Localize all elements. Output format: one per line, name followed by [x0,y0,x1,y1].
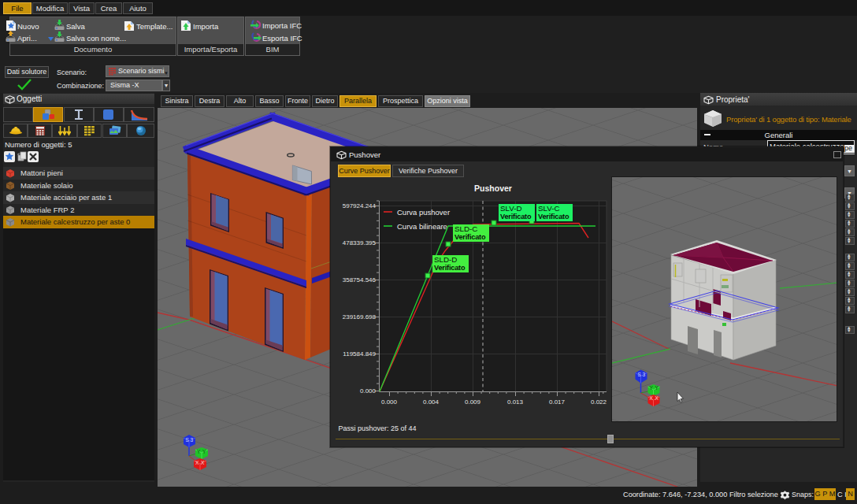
svg-text:Y: Y [202,449,206,454]
svg-text:X: X [195,460,199,465]
svg-text:X: X [201,460,205,465]
svg-text:X: X [650,395,654,401]
svg-text:Y: Y [197,449,201,454]
svg-text:3: 3 [643,372,646,377]
svg-text:Curva pushover: Curva pushover [397,208,450,217]
svg-text:X: X [655,395,659,401]
svg-text:3: 3 [191,437,194,443]
svg-text:Y: Y [650,385,654,391]
svg-text:S: S [638,372,642,377]
svg-text:S: S [186,437,190,443]
svg-text:Y: Y [655,385,659,391]
svg-text:Curva bilineare: Curva bilineare [397,222,447,231]
